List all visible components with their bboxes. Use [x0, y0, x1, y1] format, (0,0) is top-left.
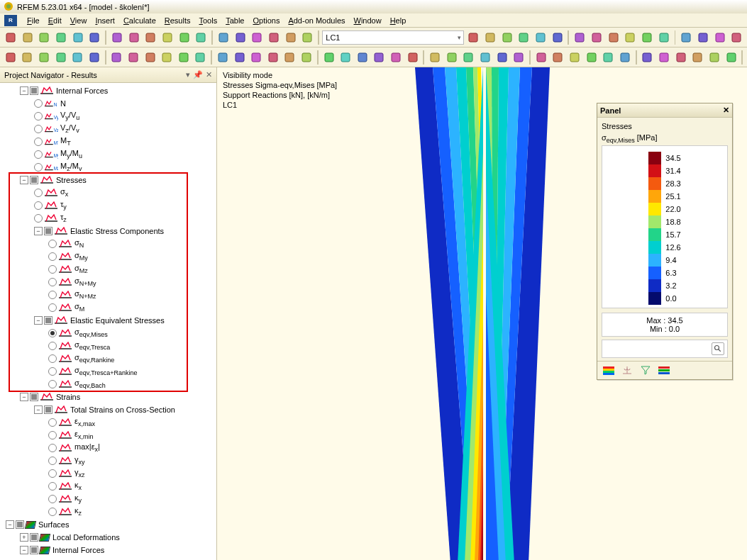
toolbar-button[interactable]: [482, 30, 498, 45]
menu-view[interactable]: View: [66, 15, 92, 26]
tree-item[interactable]: σMz: [0, 263, 216, 276]
radio[interactable]: [48, 418, 57, 427]
menu-calculate[interactable]: Calculate: [119, 15, 160, 26]
toolbar-button[interactable]: [248, 50, 264, 65]
tree-item[interactable]: NN: [0, 97, 216, 110]
toolbar-button[interactable]: [729, 30, 745, 45]
radio[interactable]: [34, 214, 43, 223]
tree-item[interactable]: κz: [0, 505, 216, 518]
toolbar-button[interactable]: [656, 30, 672, 45]
menu-file[interactable]: File: [23, 15, 44, 26]
expand-icon[interactable]: −: [6, 520, 14, 529]
radio[interactable]: [48, 457, 57, 465]
balance-icon[interactable]: [620, 364, 634, 377]
close-icon[interactable]: ✕: [206, 70, 212, 79]
expand-icon[interactable]: −: [20, 86, 28, 95]
checkbox[interactable]: [30, 176, 38, 184]
toolbar-button[interactable]: [233, 30, 248, 45]
toolbar-button[interactable]: [477, 50, 493, 65]
toolbar-button[interactable]: [550, 30, 565, 45]
expand-icon[interactable]: −: [34, 405, 43, 414]
toolbar-button[interactable]: [143, 50, 158, 65]
checkbox[interactable]: [30, 546, 38, 554]
toolbar-button[interactable]: [300, 30, 316, 45]
menu-tools[interactable]: Tools: [194, 15, 221, 26]
toolbar-button[interactable]: [109, 30, 125, 45]
toolbar-button[interactable]: [20, 30, 35, 45]
expand-icon[interactable]: −: [20, 393, 28, 401]
panel-close-icon[interactable]: ✕: [723, 106, 729, 115]
radio[interactable]: [48, 469, 57, 478]
toolbar-button[interactable]: [143, 30, 158, 45]
tree-item[interactable]: VyVy/Vu: [0, 110, 216, 123]
toolbar-button[interactable]: [494, 50, 510, 65]
toolbar-button[interactable]: [461, 50, 477, 65]
tree-item[interactable]: σN+Mz: [0, 289, 216, 301]
toolbar-button[interactable]: [584, 50, 599, 65]
tree-group[interactable]: −Stresses: [0, 174, 216, 186]
checkbox[interactable]: [30, 86, 38, 95]
toolbar-button[interactable]: [282, 50, 298, 65]
toolbar-button[interactable]: [617, 50, 633, 65]
radio[interactable]: [48, 240, 57, 248]
radio[interactable]: [48, 252, 57, 261]
tree-group[interactable]: +Local Deformations: [0, 531, 216, 544]
expand-icon[interactable]: +: [20, 533, 28, 542]
toolbar-button[interactable]: [724, 50, 739, 65]
checkbox[interactable]: [44, 316, 52, 325]
toolbar-button[interactable]: [533, 30, 548, 45]
toolbar-button[interactable]: [193, 50, 209, 65]
tree-group[interactable]: −Total Strains on Cross-Section: [0, 403, 216, 416]
toolbar-button[interactable]: [216, 30, 231, 45]
toolbar-button[interactable]: [338, 50, 353, 65]
toolbar-button[interactable]: [70, 50, 85, 65]
tree-group[interactable]: −Internal Forces: [0, 84, 216, 97]
tree-item[interactable]: σN: [0, 237, 216, 250]
toolbar-button[interactable]: [177, 30, 192, 45]
radio[interactable]: [48, 431, 57, 439]
toolbar-button[interactable]: [215, 50, 231, 65]
toolbar-button[interactable]: [640, 50, 655, 65]
tree-item[interactable]: γxy: [0, 454, 216, 467]
toolbar-button[interactable]: [87, 30, 102, 45]
toolbar-button[interactable]: [606, 30, 621, 45]
tree-item[interactable]: σeqv,Rankine: [0, 352, 216, 365]
checkbox[interactable]: [44, 227, 52, 235]
toolbar-button[interactable]: [20, 50, 35, 65]
toolbar-button[interactable]: [673, 50, 689, 65]
tree-group[interactable]: −Internal Forces: [0, 544, 216, 556]
tree-item[interactable]: σeqv,Bach: [0, 378, 216, 391]
toolbar-button[interactable]: [3, 50, 18, 65]
menu-table[interactable]: Table: [221, 15, 248, 26]
tree-item[interactable]: εx,min: [0, 429, 216, 442]
tree-item[interactable]: τy: [0, 199, 216, 212]
tree-item[interactable]: σN+My: [0, 276, 216, 289]
toolbar-button[interactable]: [36, 50, 52, 65]
tree-item[interactable]: σeqv,Tresca+Rankine: [0, 365, 216, 378]
toolbar-button[interactable]: [321, 50, 337, 65]
expand-icon[interactable]: −: [20, 546, 28, 554]
bars-icon[interactable]: [657, 364, 671, 377]
results-tree[interactable]: −Internal ForcesNNVyVy/VuVzVz/VvMTMTMyMy…: [0, 83, 216, 560]
toolbar-button[interactable]: [695, 30, 711, 45]
tree-item[interactable]: MzMz/Mv: [0, 161, 216, 174]
toolbar-button[interactable]: [299, 50, 314, 65]
tree-item[interactable]: VzVz/Vv: [0, 123, 216, 135]
menu-insert[interactable]: Insert: [91, 15, 119, 26]
toolbar-button[interactable]: [3, 30, 18, 45]
tree-item[interactable]: σx: [0, 186, 216, 199]
toolbar-button[interactable]: [405, 50, 421, 65]
tree-item[interactable]: κx: [0, 480, 216, 493]
tree-item[interactable]: max|εx|: [0, 442, 216, 454]
radio[interactable]: [48, 482, 57, 491]
panel-titlebar[interactable]: Panel ✕: [597, 103, 732, 118]
expand-icon[interactable]: −: [34, 316, 43, 325]
toolbar-button[interactable]: [533, 50, 549, 65]
tree-item[interactable]: τz: [0, 212, 216, 225]
toolbar-button[interactable]: [266, 30, 282, 45]
toolbar-button[interactable]: [511, 50, 526, 65]
menu-help[interactable]: Help: [386, 15, 411, 26]
toolbar-button[interactable]: [656, 50, 672, 65]
toolbar-button[interactable]: [176, 50, 192, 65]
menu-window[interactable]: Window: [350, 15, 386, 26]
